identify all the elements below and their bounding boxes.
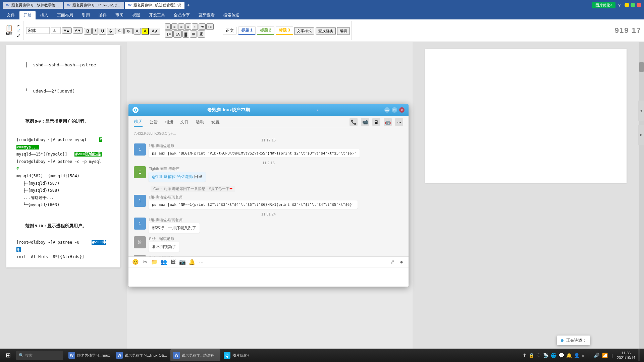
- live-btn[interactable]: 图片优化√: [592, 2, 615, 8]
- qq-video-icon[interactable]: 📹: [361, 118, 369, 126]
- font-shrink-btn[interactable]: A▼: [73, 27, 83, 34]
- qq-input-field[interactable]: [128, 267, 409, 287]
- tray-icon-1[interactable]: ⬆: [523, 353, 527, 358]
- qq-call-icon[interactable]: 📞: [350, 118, 358, 126]
- folder-btn[interactable]: 📁: [151, 258, 158, 266]
- tray-icon-6[interactable]: 💬: [558, 353, 564, 358]
- expand-btn[interactable]: ⤢: [388, 258, 396, 266]
- bullet-btn[interactable]: •≡: [206, 23, 214, 30]
- bold-btn[interactable]: B: [84, 28, 92, 35]
- sort-btn[interactable]: ↕A: [173, 31, 182, 38]
- close-btn[interactable]: [637, 3, 641, 7]
- paste-btn[interactable]: 📋 粘贴: [4, 24, 14, 37]
- qq-nav-announcement[interactable]: 公告: [149, 118, 158, 126]
- screenshot-btn[interactable]: ✂: [141, 258, 149, 266]
- title-tab-3[interactable]: W 跟老男孩学...统进程管理知识: [125, 2, 184, 9]
- ribbon-tab-dev[interactable]: 开发工具: [145, 11, 169, 19]
- qq-restore-btn[interactable]: □: [392, 107, 397, 113]
- camera-btn[interactable]: 📷: [179, 258, 186, 266]
- maximize-btn[interactable]: [631, 3, 635, 7]
- shading-btn[interactable]: ▓: [182, 31, 189, 38]
- tray-icon-7[interactable]: 🔔: [566, 353, 572, 358]
- ribbon-tab-view[interactable]: 视图: [128, 11, 144, 19]
- new-tab-btn[interactable]: +: [185, 2, 192, 8]
- doc-scroll-area[interactable]: ├──sshd——sshd——bash——pstree └──udevd——2*…: [0, 42, 127, 349]
- title-tab-1[interactable]: W 跟老男孩学习...软件教学管理知识: [3, 2, 63, 9]
- justify-btn[interactable]: ≡: [185, 23, 191, 30]
- minimize-btn[interactable]: [625, 3, 629, 7]
- taskbar-item-1[interactable]: W 跟老男孩学习...linux: [66, 349, 113, 361]
- qq-nav-files[interactable]: 文件: [180, 118, 189, 126]
- strikethrough-btn[interactable]: S̶: [107, 28, 114, 35]
- taskbar-clock[interactable]: 11:36 2021/10/14: [617, 351, 635, 360]
- emoji-btn[interactable]: 😊: [132, 258, 139, 266]
- ribbon-tab-bluetooth[interactable]: 蓝牙查看: [195, 11, 219, 19]
- edit-btn[interactable]: 编辑: [337, 27, 350, 35]
- image-btn[interactable]: 🖼: [169, 258, 177, 266]
- group-btn[interactable]: 👥: [160, 258, 167, 266]
- ribbon-tab-page[interactable]: 页面布局: [53, 11, 77, 19]
- tray-icon-4[interactable]: 📡: [543, 353, 549, 358]
- find-replace-btn[interactable]: 查找替换: [316, 27, 336, 35]
- format-painter-btn[interactable]: 🖌: [15, 34, 22, 38]
- tray-icon-5[interactable]: 🌐: [551, 353, 556, 358]
- qq-close-btn[interactable]: ×: [399, 107, 405, 113]
- style-heading3[interactable]: 标题 3: [276, 26, 293, 35]
- align-center-btn[interactable]: ≡: [171, 23, 177, 30]
- superscript-btn[interactable]: X²: [124, 28, 133, 34]
- title-tab-2[interactable]: W 跟老男孩学习...linux-Q&:指进管理: [64, 2, 124, 9]
- side-arrow-1[interactable]: ◀: [638, 101, 644, 121]
- font-name-input[interactable]: [26, 27, 50, 34]
- tray-more[interactable]: ∧: [582, 353, 584, 358]
- ribbon-tab-mail[interactable]: 邮件: [95, 11, 111, 19]
- qq-messages-area[interactable]: 7.432.K63cl K0G3.C(y)·... 11:17:15 1 1组-…: [128, 128, 409, 256]
- ribbon-tab-insert[interactable]: 插入: [36, 11, 52, 19]
- close-chat-input-btn[interactable]: ●: [398, 258, 405, 266]
- qq-robot-icon[interactable]: 🤖: [384, 118, 392, 126]
- text-style-btn[interactable]: 文字样式: [294, 27, 314, 35]
- align-right-btn[interactable]: ≡: [178, 23, 184, 30]
- show-desktop-btn[interactable]: [638, 349, 640, 361]
- right-scrollbar[interactable]: [639, 42, 644, 349]
- more-input-btn[interactable]: ···: [198, 258, 205, 266]
- volume-icon[interactable]: 🔊: [594, 353, 599, 358]
- font-grow-btn[interactable]: A▲: [62, 27, 72, 34]
- taskbar-item-3[interactable]: W 跟老男孩学...统进程...: [170, 349, 220, 361]
- taskbar-item-qq[interactable]: Q 图片优化√: [221, 349, 252, 361]
- taskbar-item-2[interactable]: W 跟老男孩学习...linux-Q&...: [113, 349, 170, 361]
- indent-btn[interactable]: ⇥: [199, 23, 206, 30]
- ribbon-tab-search[interactable]: 搜索传送: [219, 11, 244, 19]
- underline-btn[interactable]: U: [99, 28, 106, 35]
- tray-icon-8[interactable]: 👤: [574, 353, 580, 358]
- bell-btn[interactable]: 🔔: [188, 258, 196, 266]
- ribbon-tab-ref[interactable]: 引用: [78, 11, 94, 19]
- highlight-btn[interactable]: A: [142, 28, 149, 35]
- style-heading2[interactable]: 标题 2: [257, 26, 274, 35]
- style-heading1[interactable]: 标题 1: [238, 26, 256, 35]
- ribbon-tab-file[interactable]: 文件: [3, 11, 19, 19]
- clear-format-btn[interactable]: A✗: [150, 28, 160, 35]
- subscript-btn[interactable]: X₂: [115, 28, 123, 34]
- qq-minimize-btn[interactable]: —: [384, 107, 390, 113]
- start-button[interactable]: ⊞: [1, 349, 15, 361]
- taskbar-search[interactable]: 🔍 搜索: [16, 351, 63, 360]
- font-size-input[interactable]: [51, 27, 61, 34]
- ribbon-tab-start[interactable]: 开始: [19, 11, 36, 19]
- italic-btn[interactable]: I: [92, 28, 98, 35]
- align-left-btn[interactable]: ≡: [165, 23, 171, 30]
- font-color-btn[interactable]: A: [133, 28, 141, 35]
- qq-nav-activity[interactable]: 活动: [196, 118, 204, 126]
- line-spacing-btn[interactable]: ↕: [192, 23, 198, 30]
- copy-btn[interactable]: 📄: [15, 28, 22, 33]
- ribbon-tab-member[interactable]: 全员专享: [170, 11, 194, 19]
- style-normal[interactable]: 正文: [223, 27, 237, 35]
- help-icon[interactable]: ?: [615, 2, 623, 8]
- network-icon[interactable]: 📶: [602, 353, 608, 358]
- qq-nav-settings[interactable]: 设置: [211, 118, 220, 126]
- cut-btn[interactable]: ✂: [15, 23, 22, 28]
- side-arrow-2[interactable]: ▶: [638, 125, 644, 145]
- ribbon-tab-review[interactable]: 审阅: [111, 11, 127, 19]
- tray-icon-3[interactable]: 🛡: [536, 353, 541, 358]
- tray-icon-2[interactable]: 🔒: [529, 353, 534, 358]
- number-btn[interactable]: 1≡: [165, 31, 173, 38]
